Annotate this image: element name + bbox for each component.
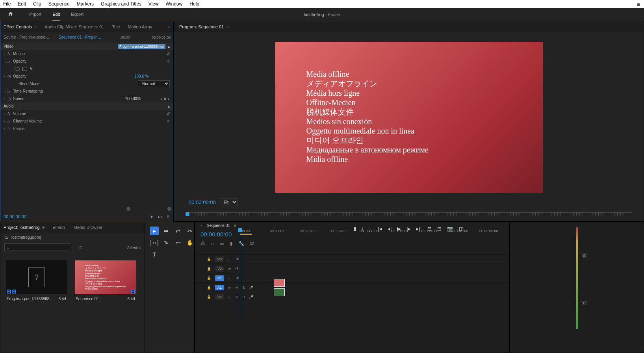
ec-audio-section[interactable]: Audio bbox=[4, 104, 14, 108]
solo-indicator[interactable]: S bbox=[582, 253, 587, 258]
scrub-handle[interactable] bbox=[126, 207, 130, 211]
tab-effects[interactable]: Effects bbox=[52, 225, 65, 230]
program-timecode[interactable]: 00:00:00:00 bbox=[189, 199, 216, 205]
ec-video-section[interactable]: Video bbox=[4, 44, 13, 48]
zoom-select[interactable]: Fit bbox=[220, 199, 238, 206]
workspace-import[interactable]: Import bbox=[29, 9, 41, 20]
timeline-ruler[interactable]: :00:0000:00:15:0000:00:30:0000:00:45:000… bbox=[240, 228, 509, 240]
bin-item[interactable]: ? ◫◫ Frog-in-a-pond-1186868…6:44 bbox=[6, 260, 67, 303]
sync-lock-icon[interactable]: ▭ bbox=[228, 267, 232, 271]
sync-lock-icon[interactable]: ▭ bbox=[228, 276, 232, 280]
tab-motion-array[interactable]: Motion Array bbox=[128, 24, 152, 29]
filter-icon[interactable]: ▼ bbox=[150, 214, 154, 219]
export-icon[interactable]: ⇪ bbox=[166, 214, 170, 219]
pen-tool-icon[interactable]: ✎ bbox=[162, 238, 171, 247]
stopwatch-icon[interactable]: ◷ bbox=[7, 74, 13, 78]
tab-text[interactable]: Text bbox=[112, 24, 120, 29]
sequence-link[interactable]: Sequence 01 · Frog-in… bbox=[59, 35, 102, 39]
ec-volume[interactable]: Volume bbox=[13, 111, 167, 116]
lock-icon[interactable]: 🔒 bbox=[207, 295, 211, 299]
sync-lock-icon[interactable]: ▭ bbox=[228, 295, 232, 299]
keyframe-nav-icon[interactable]: ▸♪ bbox=[158, 214, 163, 219]
ec-opacity[interactable]: Opacity bbox=[13, 59, 167, 63]
timeline-playhead[interactable] bbox=[240, 228, 240, 319]
menu-window[interactable]: Window bbox=[166, 1, 183, 7]
stopwatch-icon[interactable]: ◷ bbox=[7, 97, 13, 101]
link-icon[interactable]: ⫘ bbox=[220, 241, 225, 246]
collapse-icon[interactable]: ⌄ bbox=[4, 59, 7, 63]
collapse-icon[interactable]: ⌄ bbox=[4, 89, 7, 93]
sync-lock-icon[interactable]: ▭ bbox=[228, 286, 232, 290]
ec-panner[interactable]: Panner bbox=[13, 126, 170, 131]
workspace-edit[interactable]: Edit bbox=[52, 9, 60, 20]
menu-graphics[interactable]: Graphics and Titles bbox=[101, 1, 141, 7]
tab-program[interactable]: Program: Sequence 01 ≡ bbox=[179, 24, 229, 29]
blend-mode-select[interactable]: Normal bbox=[138, 80, 170, 87]
new-bin-icon[interactable]: 🗀 bbox=[79, 245, 84, 250]
collapse-icon[interactable]: ▴ bbox=[168, 104, 170, 108]
lock-icon[interactable]: 🔒 bbox=[207, 286, 211, 290]
cc-icon[interactable]: cc bbox=[250, 241, 254, 246]
bin-icon[interactable]: 🗀 bbox=[4, 235, 8, 240]
lock-icon[interactable]: 🔒 bbox=[207, 257, 211, 261]
voiceover-icon[interactable]: 🎤 bbox=[249, 295, 253, 299]
ec-timeline-ruler[interactable]: :00:0000:00:05:00 bbox=[118, 35, 173, 39]
menu-file[interactable]: File bbox=[3, 1, 11, 7]
menu-help[interactable]: Help bbox=[189, 1, 199, 7]
solo-button[interactable]: S bbox=[243, 286, 245, 290]
mute-button[interactable]: M bbox=[236, 295, 239, 299]
tab-media-browser[interactable]: Media Browser bbox=[74, 225, 102, 230]
eye-icon[interactable]: 👁 bbox=[236, 257, 239, 261]
ellipse-mask-icon[interactable] bbox=[15, 67, 20, 71]
scroll-handle[interactable] bbox=[637, 3, 640, 6]
ec-channel-volume[interactable]: Channel Volume bbox=[13, 119, 167, 123]
rectangle-tool-icon[interactable]: ▭ bbox=[174, 238, 182, 247]
tab-effect-controls[interactable]: Effect Controls ≡ bbox=[4, 24, 37, 29]
track-select-tool-icon[interactable]: ⥤ bbox=[162, 227, 171, 235]
reset-icon[interactable]: ↺ bbox=[167, 119, 170, 123]
selection-tool-icon[interactable]: ▸ bbox=[150, 227, 159, 235]
menu-view[interactable]: View bbox=[148, 1, 159, 7]
ec-timecode[interactable]: 00:00:00:00 bbox=[4, 214, 26, 219]
mute-button[interactable]: M bbox=[236, 286, 239, 290]
track-v1[interactable]: V1 bbox=[215, 275, 224, 281]
solo-indicator[interactable]: S bbox=[582, 301, 587, 305]
video-clip[interactable] bbox=[274, 279, 285, 287]
settings-icon[interactable]: 🔧 bbox=[238, 241, 244, 246]
home-icon[interactable] bbox=[8, 11, 13, 18]
workspace-export[interactable]: Export bbox=[71, 9, 84, 20]
chevron-down-icon[interactable]: ⌄ bbox=[53, 35, 56, 39]
menu-edit[interactable]: Edit bbox=[18, 1, 26, 7]
scrub-handle[interactable] bbox=[167, 207, 171, 211]
lock-icon[interactable]: 🔒 bbox=[207, 276, 211, 280]
eye-icon[interactable]: 👁 bbox=[236, 276, 239, 280]
audio-clip[interactable] bbox=[274, 288, 285, 296]
playhead[interactable] bbox=[186, 212, 189, 216]
track-v2[interactable]: V2 bbox=[215, 266, 224, 271]
tab-project[interactable]: Project: lostthefrog ≡ bbox=[4, 225, 45, 230]
expand-icon[interactable]: › bbox=[4, 52, 7, 56]
bin-item[interactable]: Media offlineメディアオフラインMédia hors ligneOf… bbox=[75, 260, 136, 303]
lock-icon[interactable]: 🔒 bbox=[207, 267, 211, 271]
pen-mask-icon[interactable]: ✎ bbox=[30, 67, 33, 71]
sync-lock-icon[interactable]: ▭ bbox=[228, 257, 232, 261]
reset-icon[interactable]: ↺ bbox=[167, 111, 170, 116]
program-viewport[interactable]: Media offline メディアオフライン Média hors ligne… bbox=[275, 42, 543, 193]
ec-time-remapping[interactable]: Time Remapping bbox=[13, 89, 170, 93]
slip-tool-icon[interactable]: |↔| bbox=[150, 238, 159, 247]
track-a1[interactable]: A1 bbox=[215, 285, 224, 290]
track-v3[interactable]: V3 bbox=[215, 256, 224, 262]
menu-sequence[interactable]: Sequence bbox=[48, 1, 70, 7]
reset-icon[interactable]: ↺ bbox=[167, 52, 170, 56]
work-area[interactable] bbox=[240, 234, 252, 235]
hand-tool-icon[interactable]: ✋ bbox=[186, 238, 194, 247]
magnet-icon[interactable]: ∩ bbox=[211, 241, 214, 246]
reset-icon[interactable]: ↺ bbox=[167, 59, 170, 63]
ec-opacity-value[interactable]: 100.0 % bbox=[134, 74, 170, 78]
rect-mask-icon[interactable] bbox=[22, 67, 27, 71]
tab-audio-clip-mixer[interactable]: Audio Clip Mixer: Sequence 01 bbox=[45, 24, 104, 29]
track-a2[interactable]: A2 bbox=[215, 294, 224, 300]
ec-motion[interactable]: Motion bbox=[13, 52, 167, 56]
type-tool-icon[interactable]: T bbox=[150, 250, 159, 259]
menu-clip[interactable]: Clip bbox=[33, 1, 41, 7]
